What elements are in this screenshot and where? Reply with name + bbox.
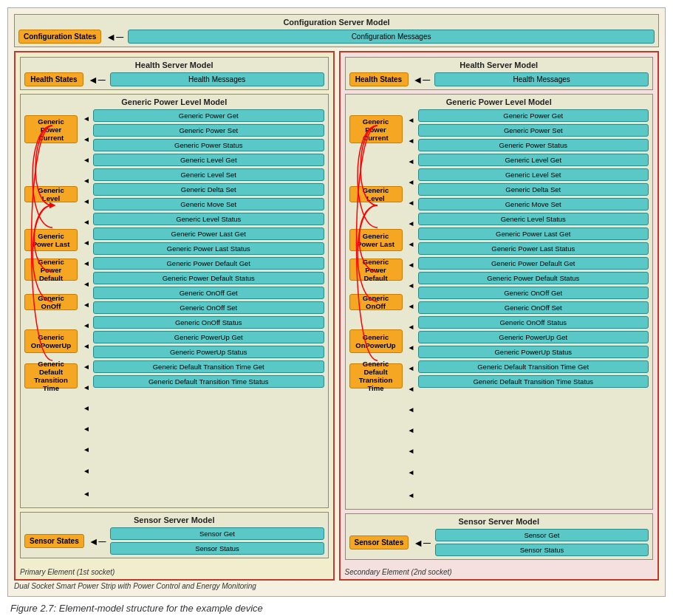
- msg-powerup-get-left: Generic PowerUp Get: [93, 331, 324, 343]
- msg-default-transition-status-left: Generic Default Transition Time Status: [93, 375, 324, 388]
- health-messages-left: Health Messages: [110, 72, 324, 86]
- sensor-server-model-right: Sensor Server Model Sensor States ◄─ Sen…: [345, 513, 654, 560]
- sensor-server-model-left: Sensor Server Model Sensor States ◄─ Sen…: [20, 512, 329, 558]
- msg-level-set-left: Generic Level Set: [93, 168, 324, 181]
- state-onoff-right: Generic OnOff: [349, 294, 403, 310]
- msg-onoff-get-right: Generic OnOff Get: [418, 287, 649, 299]
- msg-level-status-left: Generic Level Status: [93, 213, 324, 225]
- sensor-status-left: Sensor Status: [110, 542, 324, 555]
- msg-move-set-left: Generic Move Set: [93, 198, 324, 211]
- power-level-title-left: Generic Power Level Model: [24, 97, 324, 106]
- state-default-transition-left: Generic Default Transition Time: [24, 363, 78, 389]
- msg-powerup-get-right: Generic PowerUp Get: [418, 331, 649, 343]
- power-level-model-left: Generic Power Level Model Generic Power …: [20, 94, 329, 508]
- health-server-model-left: Health Server Model Health States ◄─ Hea…: [20, 57, 329, 90]
- bottom-label: Dual Socket Smart Power Strip with Power…: [14, 582, 659, 590]
- msg-power-default-status-left: Generic Power Default Status: [93, 272, 324, 284]
- sensor-get-left: Sensor Get: [110, 527, 324, 540]
- state-power-current-right: Generic Power Current: [349, 115, 403, 143]
- msg-level-get-left: Generic Level Get: [93, 154, 324, 166]
- msg-onoff-get-left: Generic OnOff Get: [93, 287, 324, 299]
- msg-onoff-status-right: Generic OnOff Status: [418, 316, 649, 329]
- msg-power-last-status-left: Generic Power Last Status: [93, 242, 324, 255]
- msg-delta-set-right: Generic Delta Set: [418, 183, 649, 196]
- msg-power-set-left: Generic Power Set: [93, 124, 324, 137]
- arrow-health-left: ◄─: [88, 74, 106, 86]
- config-server-model: Configuration Server Model Configuration…: [14, 14, 659, 47]
- msg-level-get-right: Generic Level Get: [418, 154, 649, 166]
- msg-onoff-status-left: Generic OnOff Status: [93, 316, 324, 329]
- health-server-model-right: Health Server Model Health States ◄─ Hea…: [345, 57, 654, 90]
- state-power-current-left: Generic Power Current: [24, 115, 78, 143]
- state-power-last-right: Generic Power Last: [349, 229, 403, 251]
- msg-level-status-right: Generic Level Status: [418, 213, 649, 225]
- arrow-sensor-left: ◄─: [89, 535, 106, 547]
- msg-power-get-left: Generic Power Get: [93, 109, 324, 122]
- sensor-states-left: Sensor States: [24, 534, 84, 548]
- msg-onoff-set-left: Generic OnOff Set: [93, 301, 324, 314]
- state-onoff-left: Generic OnOff: [24, 294, 78, 310]
- msg-power-status-right: Generic Power Status: [418, 139, 649, 151]
- power-level-title-right: Generic Power Level Model: [349, 97, 649, 106]
- health-title-left: Health Server Model: [24, 61, 324, 69]
- msg-level-set-right: Generic Level Set: [418, 168, 649, 181]
- msg-powerup-status-left: Generic PowerUp Status: [93, 346, 324, 358]
- msg-powerup-status-right: Generic PowerUp Status: [418, 346, 649, 358]
- state-power-last-left: Generic Power Last: [24, 229, 78, 251]
- config-states-box: Configuration States: [18, 30, 101, 44]
- sensor-get-right: Sensor Get: [435, 529, 649, 541]
- panel-label-left: Primary Element (1st socket): [20, 568, 115, 576]
- msg-power-last-status-right: Generic Power Last Status: [418, 242, 649, 255]
- health-states-right: Health States: [349, 72, 409, 86]
- sensor-title-right: Sensor Server Model: [349, 517, 649, 526]
- msg-power-default-get-right: Generic Power Default Get: [418, 257, 649, 270]
- state-power-default-right: Generic Power Default: [349, 259, 403, 281]
- sensor-title-left: Sensor Server Model: [24, 516, 324, 524]
- power-level-model-right: Generic Power Level Model Generic Power …: [345, 94, 654, 510]
- left-panel: Health Server Model Health States ◄─ Hea…: [14, 51, 335, 581]
- arrow-sensor-right: ◄─: [413, 537, 431, 549]
- health-messages-right: Health Messages: [434, 72, 649, 86]
- panel-label-right: Secondary Element (2nd socket): [345, 568, 452, 576]
- health-states-left: Health States: [24, 72, 83, 86]
- msg-power-default-status-right: Generic Power Default Status: [418, 272, 649, 284]
- figure-caption: Figure 2.7: Element-model structure for …: [7, 603, 666, 614]
- state-generic-level-left: Generic Level: [24, 186, 78, 202]
- arrow-left-icon: ◄─: [106, 31, 123, 43]
- config-model-title: Configuration Server Model: [18, 18, 655, 27]
- state-onpowerup-left: Generic OnPowerUp: [24, 329, 78, 353]
- msg-default-transition-status-right: Generic Default Transition Time Status: [418, 375, 649, 388]
- msg-onoff-set-right: Generic OnOff Set: [418, 301, 649, 314]
- health-title-right: Health Server Model: [349, 61, 649, 69]
- msg-power-get-right: Generic Power Get: [418, 109, 649, 122]
- arrow-health-right: ◄─: [413, 74, 431, 86]
- msg-power-status-left: Generic Power Status: [93, 139, 324, 151]
- msg-default-transition-get-right: Generic Default Transition Time Get: [418, 360, 649, 373]
- right-panel: Health Server Model Health States ◄─ Hea…: [339, 51, 660, 581]
- msg-power-last-get-right: Generic Power Last Get: [418, 227, 649, 240]
- state-generic-level-right: Generic Level: [349, 186, 403, 202]
- state-onpowerup-right: Generic OnPowerUp: [349, 329, 403, 353]
- sensor-status-right: Sensor Status: [435, 544, 649, 556]
- msg-power-set-right: Generic Power Set: [418, 124, 649, 137]
- msg-move-set-right: Generic Move Set: [418, 198, 649, 211]
- msg-power-last-get-left: Generic Power Last Get: [93, 227, 324, 240]
- state-default-transition-right: Generic Default Transition Time: [349, 363, 403, 389]
- config-messages-box: Configuration Messages: [128, 30, 655, 44]
- state-power-default-left: Generic Power Default: [24, 259, 78, 281]
- msg-default-transition-get-left: Generic Default Transition Time Get: [93, 360, 324, 373]
- main-wrapper: Configuration Server Model Configuration…: [7, 7, 666, 597]
- sensor-states-right: Sensor States: [349, 535, 409, 550]
- msg-power-default-get-left: Generic Power Default Get: [93, 257, 324, 270]
- msg-delta-set-left: Generic Delta Set: [93, 183, 324, 196]
